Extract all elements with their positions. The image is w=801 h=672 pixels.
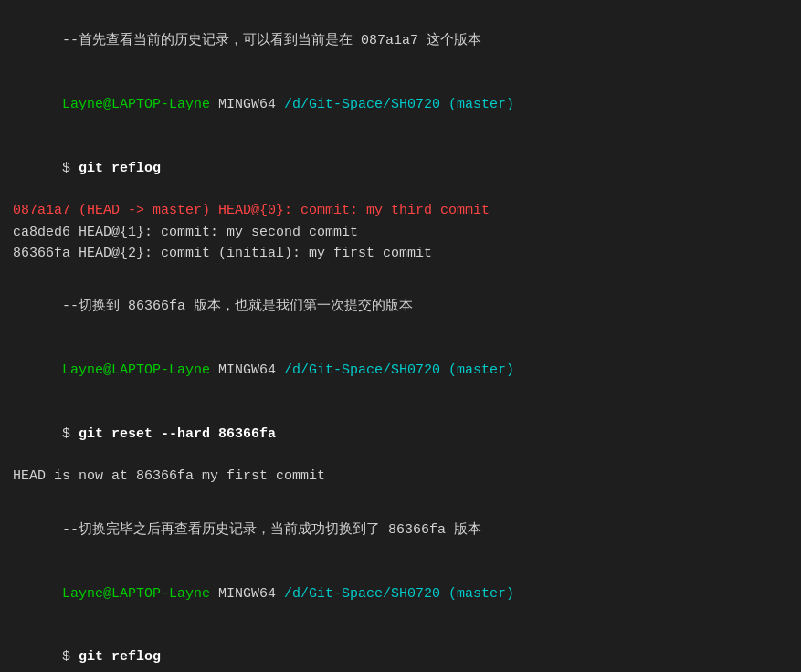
comment-2: --切换到 86366fa 版本，也就是我们第一次提交的版本 — [13, 275, 788, 339]
command-1: $ git reflog — [13, 137, 788, 201]
section-3: --切换完毕之后再查看历史记录，当前成功切换到了 86366fa 版本 Layn… — [13, 499, 788, 673]
output-1-3: 86366fa HEAD@{2}: commit (initial): my f… — [13, 243, 788, 264]
spacer-2 — [13, 488, 788, 499]
terminal-window: --首先查看当前的历史记录，可以看到当前是在 087a1a7 这个版本 Layn… — [13, 9, 788, 672]
prompt-user-2: Layne@LAPTOP-Layne — [62, 362, 210, 378]
output-1-2: ca8ded6 HEAD@{1}: commit: my second comm… — [13, 222, 788, 243]
prompt-2: Layne@LAPTOP-Layne MINGW64 /d/Git-Space/… — [13, 339, 788, 403]
prompt-branch-3: (master) — [440, 586, 514, 602]
comment-1: --首先查看当前的历史记录，可以看到当前是在 087a1a7 这个版本 — [13, 9, 788, 73]
prompt-user-3: Layne@LAPTOP-Layne — [62, 586, 210, 602]
section-1: --首先查看当前的历史记录，可以看到当前是在 087a1a7 这个版本 Layn… — [13, 9, 788, 264]
command-2: $ git reset --hard 86366fa — [13, 403, 788, 467]
spacer-1 — [13, 264, 788, 275]
comment-3: --切换完毕之后再查看历史记录，当前成功切换到了 86366fa 版本 — [13, 499, 788, 562]
output-1-1: 087a1a7 (HEAD -> master) HEAD@{0}: commi… — [13, 200, 788, 221]
section-2: --切换到 86366fa 版本，也就是我们第一次提交的版本 Layne@LAP… — [13, 275, 788, 488]
prompt-user-1: Layne@LAPTOP-Layne — [62, 97, 210, 112]
prompt-path-1: /d/Git-Space/SH0720 — [284, 97, 440, 112]
command-3: $ git reflog — [13, 625, 788, 672]
prompt-branch-2: (master) — [440, 362, 514, 378]
prompt-1: Layne@LAPTOP-Layne MINGW64 /d/Git-Space/… — [13, 73, 788, 137]
prompt-3: Layne@LAPTOP-Layne MINGW64 /d/Git-Space/… — [13, 562, 788, 625]
prompt-path-3: /d/Git-Space/SH0720 — [284, 586, 440, 602]
output-2-1: HEAD is now at 86366fa my first commit — [13, 466, 788, 487]
prompt-path-2: /d/Git-Space/SH0720 — [284, 362, 440, 378]
prompt-branch-1: (master) — [440, 97, 514, 112]
